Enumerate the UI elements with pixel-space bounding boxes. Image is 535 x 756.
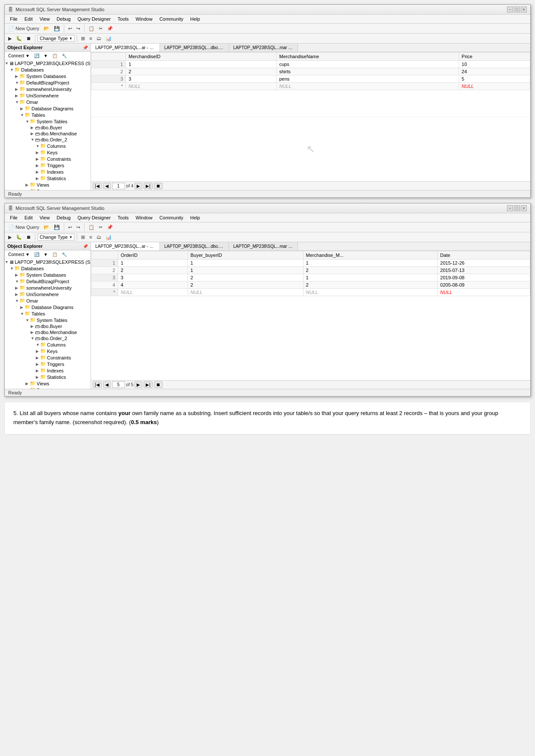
menu-community-2[interactable]: Community [156, 214, 187, 221]
col-merchandise-2[interactable]: Merchandise_M... [303, 251, 438, 259]
tree-expand-icon[interactable]: ▼ [20, 312, 25, 316]
oe-tree-2[interactable]: ▼🖥LAPTOP_MP238\SQLEXPRESS (SQL Server A▼… [5, 259, 91, 389]
paste-button-1[interactable]: 📌 [105, 25, 115, 32]
menu-debug-2[interactable]: Debug [53, 214, 74, 221]
tree-expand-icon[interactable]: ▼ [15, 299, 19, 303]
minimize-button-1[interactable]: − [507, 6, 513, 12]
copy-button-2[interactable]: 📋 [87, 224, 96, 231]
menu-tools-2[interactable]: Tools [114, 214, 132, 221]
cut-button-1[interactable]: ✂ [97, 25, 104, 32]
grid-cell[interactable]: 10 [459, 61, 530, 68]
tree-item[interactable]: ▶📁UniSomewhere [5, 291, 91, 297]
grid-cell[interactable]: 2 [126, 68, 276, 75]
menu-help-1[interactable]: Help [187, 16, 203, 22]
tree-item[interactable]: ▶📁Triggers [5, 162, 91, 169]
save-button-2[interactable]: 💾 [52, 224, 62, 231]
tab-buyer-2[interactable]: LAPTOP_MP238\SQL...mar - dbo.Buyer × [229, 242, 298, 250]
layout-btn-3[interactable]: 🗂 [95, 35, 103, 42]
nav-next-btn-1[interactable]: ▶ [135, 183, 142, 189]
menu-help-2[interactable]: Help [187, 214, 203, 221]
col-merchandisename-1[interactable]: MerchandiseName [276, 53, 459, 61]
tree-expand-icon[interactable]: ▼ [25, 119, 30, 124]
menu-querydesigner-1[interactable]: Query Designer [74, 16, 114, 22]
tree-expand-icon[interactable]: ▶ [31, 330, 35, 334]
tree-item[interactable]: ▶📁System Databases [5, 73, 91, 79]
debug-button-1[interactable]: 🐛 [14, 35, 24, 42]
grid-cell[interactable]: 2 [118, 267, 188, 274]
tree-expand-icon[interactable]: ▶ [25, 189, 30, 191]
layout-btn-6[interactable]: ≡ [88, 234, 94, 241]
tree-expand-icon[interactable]: ▶ [25, 388, 30, 389]
tree-expand-icon[interactable]: ▶ [36, 176, 40, 181]
tree-item[interactable]: ▶📁Statistics [5, 374, 91, 380]
tree-expand-icon[interactable]: ▼ [36, 144, 40, 148]
menu-view-2[interactable]: View [36, 214, 53, 221]
tree-item[interactable]: ▶📁Constraints [5, 156, 91, 162]
col-orderid-2[interactable]: OrderID [118, 251, 188, 259]
tree-item[interactable]: ▼📁Tables [5, 112, 91, 118]
tree-expand-icon[interactable]: ▼ [20, 113, 25, 117]
tree-item[interactable]: ▼📁Databases [5, 66, 91, 73]
layout-btn-1[interactable]: ⊞ [79, 35, 87, 42]
nav-current-2[interactable] [112, 381, 125, 388]
tree-expand-icon[interactable]: ▶ [36, 163, 40, 168]
new-query-button-1[interactable]: 📄 New Query [6, 25, 41, 32]
oe-connect-btn-1[interactable]: Connect ▼ [6, 53, 31, 59]
close-button-2[interactable]: × [521, 205, 527, 211]
grid-cell[interactable]: NULL [118, 289, 188, 296]
oe-tree-1[interactable]: ▼🖥LAPTOP_MP238\SQLEXPRESS (SQL Server A▼… [5, 60, 91, 190]
tree-item[interactable]: ▶🗃dbo.Buyer [5, 323, 91, 329]
oe-connect-btn-2[interactable]: Connect ▼ [6, 251, 31, 258]
oe-filter-btn-1[interactable]: ▼ [42, 53, 50, 59]
col-buyerid-2[interactable]: Buyer_buyerID [188, 251, 303, 259]
tree-item[interactable]: ▶📁System Databases [5, 272, 91, 278]
tab-merchandise-2[interactable]: LAPTOP_MP238\SQL...dbo.Merchandise × [160, 242, 229, 250]
tree-expand-icon[interactable]: ▶ [25, 381, 30, 386]
new-query-button-2[interactable]: 📄 New Query [6, 224, 41, 231]
tree-item[interactable]: ▼🖥LAPTOP_MP238\SQLEXPRESS (SQL Server A [5, 259, 91, 265]
tree-item[interactable]: ▼📁Omar [5, 297, 91, 304]
grid-cell[interactable]: 1 [303, 274, 438, 281]
stop-button-2[interactable]: ⏹ [25, 234, 33, 241]
tree-expand-icon[interactable]: ▼ [5, 260, 9, 264]
tree-item[interactable]: ▶📁Synonyms [5, 387, 91, 389]
grid-cell[interactable]: 1 [188, 267, 303, 274]
copy-button-1[interactable]: 📋 [87, 25, 96, 32]
table-row[interactable]: *NULLNULLNULL [91, 83, 530, 90]
tree-expand-icon[interactable]: ▼ [36, 343, 40, 347]
grid-cell[interactable]: 2015-12-26 [438, 259, 530, 267]
tree-item[interactable]: ▶🗃dbo.Merchandise [5, 131, 91, 137]
tab-order2-2[interactable]: LAPTOP_MP238\SQL...ar - dbo.Order_2 × [91, 242, 160, 251]
layout-btn-7[interactable]: 🗂 [95, 234, 103, 241]
maximize-button-1[interactable]: □ [514, 6, 520, 12]
tab-order2-1[interactable]: LAPTOP_MP238\SQL...ar - dbo.Order_2 × [91, 44, 160, 52]
tree-item[interactable]: ▶📁Indexes [5, 367, 91, 374]
data-grid-container-1[interactable]: MerchandiseID MerchandiseName Price 11cu… [91, 52, 530, 117]
tree-expand-icon[interactable]: ▶ [15, 292, 19, 297]
tree-item[interactable]: ▶📁Statistics [5, 175, 91, 181]
change-type-dropdown-1[interactable]: Change Type ▼ [38, 35, 75, 42]
stop-button-1[interactable]: ⏹ [25, 35, 33, 42]
menu-view-1[interactable]: View [36, 16, 53, 22]
nav-current-1[interactable] [112, 183, 125, 189]
grid-cell[interactable]: NULL [459, 83, 530, 90]
tree-item[interactable]: ▼📁System Tables [5, 317, 91, 323]
grid-cell[interactable]: 2 [188, 281, 303, 289]
menu-querydesigner-2[interactable]: Query Designer [74, 214, 114, 221]
save-button-1[interactable]: 💾 [52, 25, 62, 32]
grid-cell[interactable]: NULL [126, 83, 276, 90]
layout-btn-2[interactable]: ≡ [88, 35, 94, 42]
tree-item[interactable]: ▼📁Columns [5, 341, 91, 348]
table-row[interactable]: 33pens5 [91, 75, 530, 83]
grid-cell[interactable]: 2019-09-08 [438, 274, 530, 281]
oe-summary-btn-2[interactable]: 📋 [50, 251, 59, 258]
nav-first-btn-2[interactable]: |◀ [93, 381, 102, 388]
grid-cell[interactable]: 2 [188, 274, 303, 281]
execute-button-1[interactable]: ▶ [6, 35, 13, 42]
tab-buyer-1[interactable]: LAPTOP_MP238\SQL...mar - dbo.Buyer × [229, 44, 298, 52]
tree-expand-icon[interactable]: ▶ [15, 273, 19, 277]
tree-item[interactable]: ▶📁somewhereUniversity [5, 86, 91, 92]
col-price-1[interactable]: Price [459, 53, 530, 61]
tree-expand-icon[interactable]: ▶ [36, 375, 40, 379]
nav-prev-btn-2[interactable]: ◀ [103, 381, 111, 388]
